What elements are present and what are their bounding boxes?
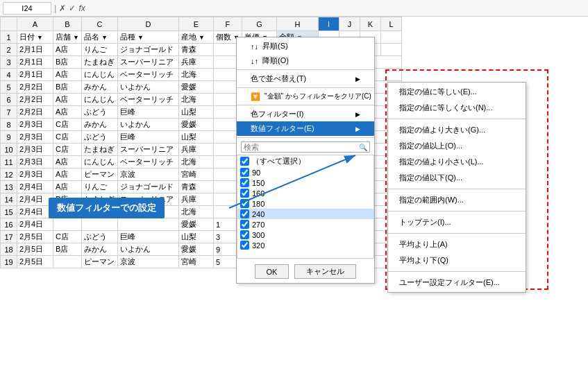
cell-b8[interactable]: C店	[53, 119, 82, 131]
col-header-k[interactable]: K	[360, 17, 380, 31]
row-header-11[interactable]: 11	[1, 156, 17, 169]
cell-a14[interactable]: 2月4日	[17, 193, 53, 206]
cell-a6[interactable]: 2月2日	[17, 94, 53, 106]
sort-asc-item[interactable]: ↑↓ 昇順(S)	[237, 39, 374, 53]
col-header-g[interactable]: G	[242, 17, 276, 31]
cell-c2[interactable]: りんご	[81, 44, 117, 56]
cell-d17[interactable]: 巨峰	[117, 231, 178, 243]
cell-e5[interactable]: 愛媛	[178, 81, 213, 94]
filter-dropdown-menu[interactable]: ↑↓ 昇順(S) ↓↑ 降順(O) 色で並べ替え(T) 🔽 "金額" からフィル…	[236, 37, 375, 284]
cell-e7[interactable]: 山梨	[178, 106, 213, 119]
submenu-between[interactable]: 指定の範囲内(W)...	[388, 192, 526, 208]
cell-d10[interactable]: スーパーリニア	[117, 144, 178, 156]
col-header-h[interactable]: H	[276, 17, 318, 31]
cell-d12[interactable]: 京波	[117, 169, 178, 181]
cell-c18[interactable]: みかん	[81, 243, 117, 256]
row-header-14[interactable]: 14	[1, 193, 17, 206]
cell-e2[interactable]: 青森	[178, 44, 213, 56]
col-header-i[interactable]: I	[318, 17, 339, 31]
cell-b5[interactable]: B店	[53, 81, 82, 94]
sort-desc-item[interactable]: ↓↑ 降順(O)	[237, 53, 374, 68]
row-header-7[interactable]: 7	[1, 106, 17, 119]
cell-a17[interactable]: 2月5日	[17, 231, 53, 243]
cell-b17[interactable]: C店	[53, 231, 82, 243]
cell-e11[interactable]: 北海	[178, 156, 213, 169]
col-header-b[interactable]: B	[53, 17, 82, 31]
cell-b19[interactable]	[53, 256, 82, 268]
cell-a7[interactable]: 2月2日	[17, 106, 53, 119]
cell-c17[interactable]: ぶどう	[81, 231, 117, 243]
filter-item-all[interactable]: （すべて選択）	[237, 155, 373, 167]
cell-e14[interactable]: 兵庫	[178, 193, 213, 206]
cell-e9[interactable]: 山梨	[178, 131, 213, 144]
cell-e16[interactable]: 愛媛	[178, 218, 213, 231]
submenu-gte[interactable]: 指定の値以上(O)...	[388, 138, 526, 154]
filter-cancel-button[interactable]: キャンセル	[294, 264, 356, 279]
cell-b13[interactable]: A店	[53, 181, 82, 193]
row-header-15[interactable]: 15	[1, 206, 17, 218]
cell-c19[interactable]: ピーマン	[81, 256, 117, 268]
row-header-12[interactable]: 12	[1, 169, 17, 181]
cell-a16[interactable]: 2月4日	[17, 218, 53, 231]
cell-b9[interactable]: C店	[53, 131, 82, 144]
col-header-e[interactable]: E	[178, 17, 213, 31]
row-header-18[interactable]: 18	[1, 243, 17, 256]
formula-input[interactable]	[88, 2, 585, 15]
cell-d19[interactable]: 京波	[117, 256, 178, 268]
row-header-4[interactable]: 4	[1, 69, 17, 81]
col-header-j[interactable]: J	[339, 17, 360, 31]
cell-c9[interactable]: ぶどう	[81, 131, 117, 144]
cell-d3[interactable]: スーパーリニア	[117, 56, 178, 69]
cell-b10[interactable]: C店	[53, 144, 82, 156]
cell-c13[interactable]: りんご	[81, 181, 117, 193]
cell-d4[interactable]: ベーターリッチ	[117, 69, 178, 81]
cell-b3[interactable]: B店	[53, 56, 82, 69]
submenu-eq[interactable]: 指定の値に等しい(E)...	[388, 84, 526, 100]
col-header-f[interactable]: F	[213, 17, 242, 31]
row-header-17[interactable]: 17	[1, 231, 17, 243]
cell-d13[interactable]: ジョナゴールド	[117, 181, 178, 193]
cell-d6[interactable]: ベーターリッチ	[117, 94, 178, 106]
col-header-l[interactable]: L	[380, 17, 401, 31]
cell-e12[interactable]: 宮崎	[178, 169, 213, 181]
cell-c1[interactable]: 品名 ▼	[81, 31, 117, 44]
filter-item-300[interactable]: 300	[237, 230, 373, 240]
cell-a1[interactable]: 日付 ▼	[17, 31, 53, 44]
cell-e19[interactable]: 宮崎	[178, 256, 213, 268]
name-box[interactable]: I24	[3, 2, 51, 15]
cell-b16[interactable]	[53, 218, 82, 231]
cell-b2[interactable]: A店	[53, 44, 82, 56]
cell-e3[interactable]: 兵庫	[178, 56, 213, 69]
submenu-top10[interactable]: トップテン(I)...	[388, 214, 526, 230]
cell-d5[interactable]: いよかん	[117, 81, 178, 94]
filter-checkbox-240[interactable]	[240, 209, 249, 218]
cell-a3[interactable]: 2月1日	[17, 56, 53, 69]
filter-checkbox-270[interactable]	[240, 220, 249, 229]
cell-e15[interactable]: 北海	[178, 206, 213, 218]
cell-b1[interactable]: 店舗 ▼	[53, 31, 82, 44]
row-header-1[interactable]: 1	[1, 31, 17, 44]
filter-checkbox-320[interactable]	[240, 241, 249, 250]
row-header-10[interactable]: 10	[1, 144, 17, 156]
row-header-2[interactable]: 2	[1, 44, 17, 56]
row-header-13[interactable]: 13	[1, 181, 17, 193]
cell-a12[interactable]: 2月3日	[17, 169, 53, 181]
cell-d7[interactable]: 巨峰	[117, 106, 178, 119]
cell-a10[interactable]: 2月3日	[17, 144, 53, 156]
cell-e8[interactable]: 愛媛	[178, 119, 213, 131]
cell-d8[interactable]: いよかん	[117, 119, 178, 131]
cell-d18[interactable]: いよかん	[117, 243, 178, 256]
cell-e13[interactable]: 青森	[178, 181, 213, 193]
row-header-9[interactable]: 9	[1, 131, 17, 144]
filter-item-160[interactable]: 160	[237, 188, 373, 198]
cell-c5[interactable]: みかん	[81, 81, 117, 94]
fx-icon[interactable]: fx	[78, 3, 85, 13]
filter-checkbox-all[interactable]	[240, 157, 249, 166]
filter-ok-button[interactable]: OK	[255, 264, 289, 279]
filter-item-180[interactable]: 180	[237, 198, 373, 209]
row-header-19[interactable]: 19	[1, 256, 17, 268]
cell-b6[interactable]: A店	[53, 94, 82, 106]
cell-c7[interactable]: ぶどう	[81, 106, 117, 119]
cell-a13[interactable]: 2月4日	[17, 181, 53, 193]
filter-list[interactable]: （すべて選択） 90 150 160 180 240	[237, 155, 374, 259]
